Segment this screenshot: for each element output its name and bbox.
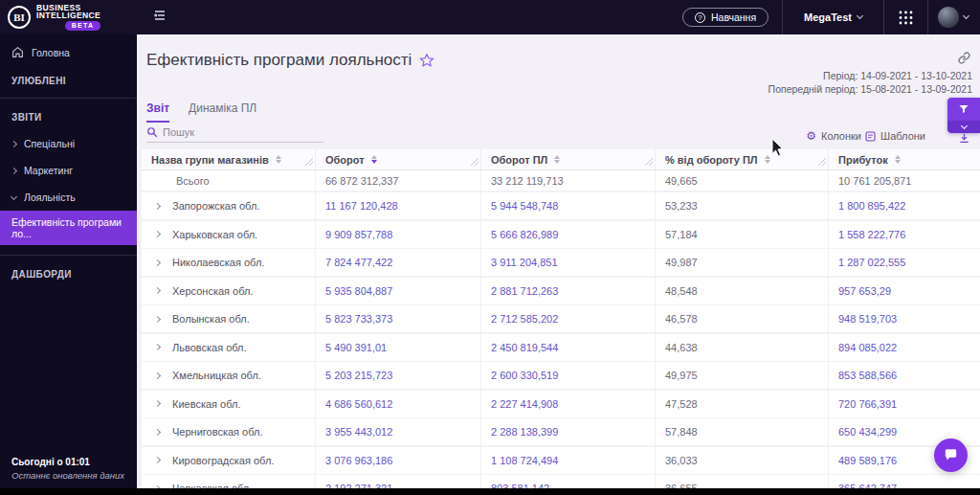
training-label: Навчання: [711, 11, 756, 23]
table-row: Херсонская обл. 5 935 804,887 2 881 712,…: [142, 278, 980, 304]
column-header-turnover[interactable]: Оборот: [316, 149, 481, 169]
columns-label: Колонки: [821, 130, 861, 142]
turnover-pl-value-link[interactable]: 2 288 138,399: [481, 418, 656, 445]
sidebar-item-special[interactable]: Спеціальні: [0, 130, 137, 157]
table-row: Черниговская обл. 3 955 443,012 2 288 13…: [142, 418, 980, 445]
column-label: % від обороту ПЛ: [665, 154, 758, 166]
profit-value-link[interactable]: 1 800 895,422: [829, 192, 980, 219]
row-expand-chevron-icon[interactable]: [154, 344, 161, 350]
column-resize-handle[interactable]: [645, 156, 653, 168]
sidebar-item-marketing[interactable]: Маркетинг: [0, 157, 137, 184]
brand-name: BUSINESS INTELLIGENCE BETA: [36, 4, 100, 31]
profit-value-link[interactable]: 894 085,022: [829, 334, 980, 361]
profit-value-link[interactable]: 720 766,391: [829, 391, 980, 417]
column-resize-handle[interactable]: [305, 156, 313, 168]
sidebar-item-active-report[interactable]: Ефективність програми ло...: [0, 211, 137, 245]
column-header-name[interactable]: Назва групи магазинів: [142, 149, 316, 169]
turnover-value-link[interactable]: 9 909 857,788: [316, 221, 481, 248]
turnover-value-link[interactable]: 5 490 391,01: [316, 334, 481, 361]
pct-value: 46,578: [656, 305, 829, 332]
download-icon[interactable]: [958, 131, 970, 148]
total-turnover-pl: 33 212 119,713: [481, 170, 656, 191]
total-profit: 10 761 205,871: [829, 170, 980, 191]
region-name: Николаевская обл.: [172, 257, 264, 268]
turnover-value-link[interactable]: 5 823 733,373: [316, 305, 481, 332]
bi-logo-icon: BI: [8, 6, 31, 29]
turnover-pl-value-link[interactable]: 5 944 548,748: [481, 192, 656, 219]
total-turnover: 66 872 312,337: [316, 170, 481, 191]
column-label: Прибуток: [838, 154, 888, 166]
period-info: Період: 14-09-2021 - 13-10-2021 Попередн…: [768, 69, 972, 96]
profit-value-link[interactable]: 853 588,566: [829, 362, 980, 389]
profit-value-link[interactable]: 1 287 022,555: [829, 249, 980, 276]
refresh-time: Сьогодні о 01:01: [11, 457, 124, 467]
copy-link-icon[interactable]: [958, 51, 970, 68]
column-label: Назва групи магазинів: [151, 154, 269, 166]
templates-button[interactable]: Шаблони: [865, 130, 925, 142]
sidebar-item-loyalty[interactable]: Лояльність: [0, 184, 137, 211]
table-body: Запорожская обл. 11 167 120,428 5 944 54…: [142, 192, 980, 495]
turnover-pl-value-link[interactable]: 2 600 330,519: [481, 362, 656, 389]
row-expand-chevron-icon[interactable]: [154, 457, 161, 463]
filters-collapse-toggle[interactable]: [947, 121, 980, 133]
row-expand-chevron-icon[interactable]: [154, 202, 161, 209]
table-row: Запорожская обл. 11 167 120,428 5 944 54…: [142, 192, 980, 219]
apps-grid-button[interactable]: [884, 10, 927, 26]
pct-value: 48,548: [656, 278, 829, 304]
table-row: Хмельницкая обл. 5 203 215,723 2 600 330…: [142, 362, 980, 389]
region-name: Волынская обл.: [172, 313, 250, 325]
training-button[interactable]: ? Навчання: [682, 8, 768, 27]
tab-dynamics[interactable]: Динаміка ПЛ: [189, 101, 256, 123]
filters-panel-button[interactable]: [947, 98, 980, 133]
turnover-value-link[interactable]: 5 203 215,723: [316, 362, 481, 389]
sidebar-toggle-icon[interactable]: [152, 8, 167, 27]
row-expand-chevron-icon[interactable]: [154, 315, 161, 322]
chat-support-button[interactable]: [934, 439, 968, 472]
column-header-turnover-pl[interactable]: Оборот ПЛ: [481, 149, 656, 169]
brand-line2: INTELLIGENCE: [36, 11, 100, 19]
turnover-pl-value-link[interactable]: 1 108 724,494: [481, 447, 656, 474]
pct-value: 36,033: [656, 447, 829, 474]
workspace-selector[interactable]: MegaTest: [783, 11, 883, 23]
turnover-pl-value-link[interactable]: 2 881 712,263: [481, 278, 656, 304]
row-expand-chevron-icon[interactable]: [154, 259, 161, 265]
column-header-profit[interactable]: Прибуток: [829, 149, 980, 169]
profit-value-link[interactable]: 948 519,703: [829, 305, 980, 332]
favorite-star-icon[interactable]: [419, 53, 434, 68]
pct-value: 57,848: [656, 418, 829, 445]
pct-value: 53,233: [656, 192, 829, 219]
turnover-value-link[interactable]: 7 824 477,422: [316, 249, 481, 276]
row-expand-chevron-icon[interactable]: [154, 231, 161, 237]
column-resize-handle[interactable]: [471, 156, 479, 168]
turnover-value-link[interactable]: 3 955 443,012: [316, 418, 481, 445]
row-expand-chevron-icon[interactable]: [154, 371, 161, 378]
turnover-value-link[interactable]: 11 167 120,428: [316, 192, 481, 219]
turnover-value-link[interactable]: 3 076 963,186: [316, 447, 481, 474]
column-label: Оборот ПЛ: [491, 154, 547, 166]
row-expand-chevron-icon[interactable]: [154, 428, 161, 435]
turnover-value-link[interactable]: 5 935 804,887: [316, 278, 481, 304]
report-tabs: Звіт Динаміка ПЛ: [146, 101, 256, 123]
turnover-pl-value-link[interactable]: 2 712 585,202: [481, 305, 656, 332]
row-expand-chevron-icon[interactable]: [154, 400, 161, 407]
turnover-value-link[interactable]: 4 686 560,612: [316, 391, 481, 417]
tab-report[interactable]: Звіт: [146, 101, 169, 123]
column-header-pct[interactable]: % від обороту ПЛ: [656, 149, 829, 169]
table-header-row: Назва групи магазинів Оборот Оборот ПЛ %…: [142, 149, 980, 170]
turnover-pl-value-link[interactable]: 2 227 414,908: [481, 391, 656, 417]
row-expand-chevron-icon[interactable]: [154, 287, 161, 294]
table-total-row: Всього 66 872 312,337 33 212 119,713 49,…: [142, 170, 980, 191]
column-resize-handle[interactable]: [818, 156, 826, 168]
sidebar-item-home[interactable]: Головна: [0, 34, 137, 66]
user-menu[interactable]: [928, 7, 980, 28]
turnover-pl-value-link[interactable]: 3 911 204,851: [481, 249, 656, 276]
brand-logo[interactable]: BI BUSINESS INTELLIGENCE BETA: [0, 0, 137, 34]
turnover-pl-value-link[interactable]: 2 450 819,544: [481, 334, 656, 361]
sort-icon: [895, 155, 901, 165]
profit-value-link[interactable]: 1 558 222,776: [829, 221, 980, 248]
columns-button[interactable]: ⚙ Колонки: [806, 130, 861, 142]
sort-icon: [554, 155, 560, 165]
profit-value-link[interactable]: 957 653,29: [829, 278, 980, 304]
search-input[interactable]: [163, 126, 316, 138]
turnover-pl-value-link[interactable]: 5 666 826,989: [481, 221, 656, 248]
